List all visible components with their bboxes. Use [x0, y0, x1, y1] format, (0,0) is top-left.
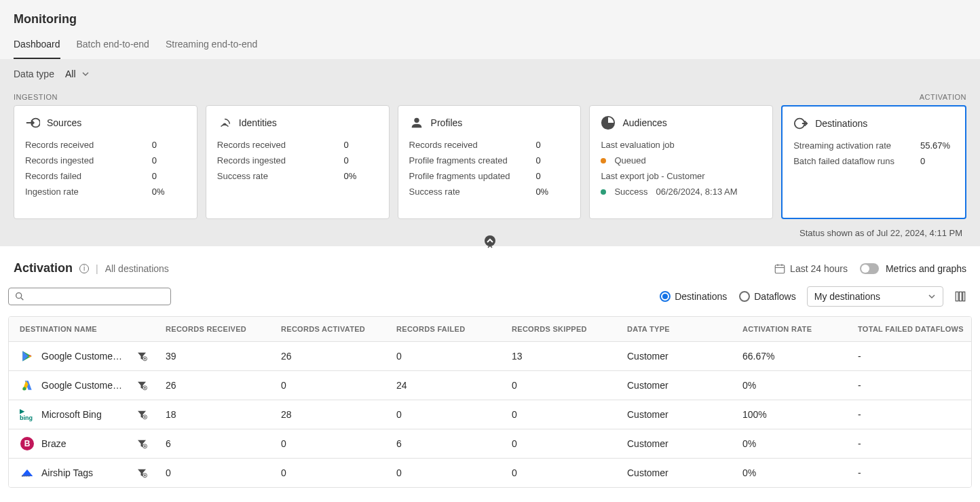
scope-select-value: My destinations	[814, 291, 880, 302]
filter-data-type-select[interactable]: All	[65, 69, 90, 79]
search-input[interactable]	[29, 292, 165, 302]
stat-value: 0	[152, 171, 186, 181]
destination-name: Microsoft Bing	[41, 409, 102, 420]
search-icon	[14, 291, 25, 302]
tabs: Dashboard Batch end-to-end Streaming end…	[14, 39, 966, 59]
table-row[interactable]: ▶ bingMicrosoft Bing182800Customer100%-	[9, 400, 971, 429]
col-records-skipped[interactable]: RECORDS SKIPPED	[501, 317, 616, 341]
cell-data-type: Customer	[616, 342, 732, 370]
audiences-icon	[601, 115, 616, 130]
tab-dashboard[interactable]: Dashboard	[14, 39, 60, 59]
scope-select[interactable]: My destinations	[807, 286, 943, 307]
row-filter-button[interactable]	[136, 350, 148, 362]
column-settings-button[interactable]	[954, 290, 966, 303]
card-sources[interactable]: Sources Records received0 Records ingest…	[14, 105, 197, 219]
calendar-icon	[774, 263, 786, 275]
cell-activation-rate: 100%	[732, 400, 847, 429]
time-range-label: Last 24 hours	[790, 263, 848, 274]
card-audiences[interactable]: Audiences Last evaluation job Queued Las…	[589, 105, 773, 219]
cell-records-failed: 0	[385, 459, 501, 487]
cell-records-activated: 26	[270, 342, 385, 370]
metrics-toggle[interactable]	[860, 263, 879, 274]
info-icon[interactable]: i	[79, 264, 89, 273]
cell-records-activated: 0	[270, 459, 385, 487]
col-records-failed[interactable]: RECORDS FAILED	[385, 317, 501, 341]
svg-point-11	[22, 387, 26, 391]
last-export-label: Last export job - Customer	[601, 171, 761, 181]
table-row[interactable]: AIRSHIPAirship Tags0000Customer0%-	[9, 459, 971, 487]
cell-data-type: Customer	[616, 459, 732, 487]
stat-value: 0	[344, 155, 378, 166]
cell-activation-rate: 66.67%	[732, 342, 847, 370]
col-records-activated[interactable]: RECORDS ACTIVATED	[270, 317, 385, 341]
col-activation-rate[interactable]: ACTIVATION RATE	[732, 317, 847, 341]
destination-name: Braze	[41, 438, 67, 449]
card-profiles[interactable]: Profiles Records received0 Profile fragm…	[398, 105, 582, 219]
card-destinations[interactable]: Destinations Streaming activation rate55…	[781, 105, 966, 219]
destinations-table: DESTINATION NAME RECORDS RECEIVED RECORD…	[8, 316, 972, 488]
col-data-type[interactable]: DATA TYPE	[616, 317, 732, 341]
col-records-received[interactable]: RECORDS RECEIVED	[155, 317, 270, 341]
cell-activation-rate: 0%	[732, 459, 847, 487]
chevron-down-icon	[928, 292, 936, 301]
radio-unchecked-icon	[739, 291, 750, 302]
svg-point-6	[16, 293, 22, 298]
cell-records-received: 0	[155, 459, 270, 487]
stat-value: 0%	[344, 171, 378, 181]
tab-batch-end-to-end[interactable]: Batch end-to-end	[77, 39, 149, 59]
card-identities[interactable]: Identities Records received0 Records ing…	[206, 105, 390, 219]
table-row[interactable]: Google Customer M3926013Customer66.67%-	[9, 342, 971, 371]
collapse-handle[interactable]	[482, 234, 498, 250]
stat-value: 0	[535, 171, 569, 181]
section-label-ingestion: INGESTION	[14, 93, 58, 101]
col-destination-name[interactable]: DESTINATION NAME	[9, 317, 155, 341]
cell-records-failed: 24	[385, 371, 501, 400]
card-identities-title: Identities	[239, 117, 277, 128]
stat-value: 0	[152, 155, 186, 166]
cell-records-activated: 0	[270, 371, 385, 400]
radio-dataflows-label: Dataflows	[754, 291, 795, 302]
filter-data-type-label: Data type	[14, 69, 54, 79]
search-box[interactable]	[8, 288, 171, 305]
filter-bar: Data type All INGESTION ACTIVATION Sourc…	[0, 59, 980, 246]
row-filter-button[interactable]	[136, 379, 148, 391]
stat-value: 0	[920, 156, 954, 166]
destination-name: Google Customer M	[41, 380, 123, 391]
stat-label: Records failed	[25, 171, 81, 181]
stat-label: Ingestion rate	[25, 187, 79, 197]
card-audiences-title: Audiences	[622, 117, 666, 128]
cell-records-received: 6	[155, 429, 270, 458]
col-total-failed-dataflows[interactable]: TOTAL FAILED DATAFLOWS	[847, 317, 971, 341]
cell-failed-dataflows: -	[847, 400, 971, 429]
export-status-row: Success 06/26/2024, 8:13 AM	[601, 187, 761, 197]
row-filter-button[interactable]	[136, 408, 148, 421]
stat-label: Profile fragments created	[409, 155, 508, 166]
cell-destination-name: Google Customer M	[9, 342, 155, 370]
last-eval-label: Last evaluation job	[601, 140, 761, 150]
status-dot-queued-icon	[601, 158, 606, 163]
svg-rect-7	[956, 292, 958, 301]
stat-value: 0	[152, 140, 186, 150]
cell-records-failed: 0	[385, 400, 501, 429]
cell-destination-name: BBraze	[9, 429, 155, 458]
status-dot-success-icon	[601, 189, 606, 195]
cell-failed-dataflows: -	[847, 429, 971, 458]
table-row[interactable]: Google Customer M260240Customer0%-	[9, 371, 971, 400]
divider: |	[96, 263, 98, 274]
tab-streaming-end-to-end[interactable]: Streaming end-to-end	[166, 39, 257, 59]
stat-value: 0	[535, 155, 569, 166]
radio-dataflows[interactable]: Dataflows	[739, 291, 795, 302]
cards: Sources Records received0 Records ingest…	[14, 105, 966, 219]
time-range-selector[interactable]: Last 24 hours	[774, 263, 848, 275]
activation-bar: Activation i | All destinations Last 24 …	[0, 246, 980, 282]
table-row[interactable]: BBraze6060Customer0%-	[9, 429, 971, 459]
radio-destinations[interactable]: Destinations	[660, 291, 727, 302]
stat-value: 0%	[152, 187, 186, 197]
cell-records-failed: 6	[385, 429, 501, 458]
stat-label: Success rate	[409, 187, 460, 197]
row-filter-button[interactable]	[136, 438, 148, 450]
cell-records-activated: 0	[270, 429, 385, 458]
cell-records-received: 18	[155, 400, 270, 429]
row-filter-button[interactable]	[136, 467, 148, 479]
cell-records-skipped: 0	[501, 459, 616, 487]
